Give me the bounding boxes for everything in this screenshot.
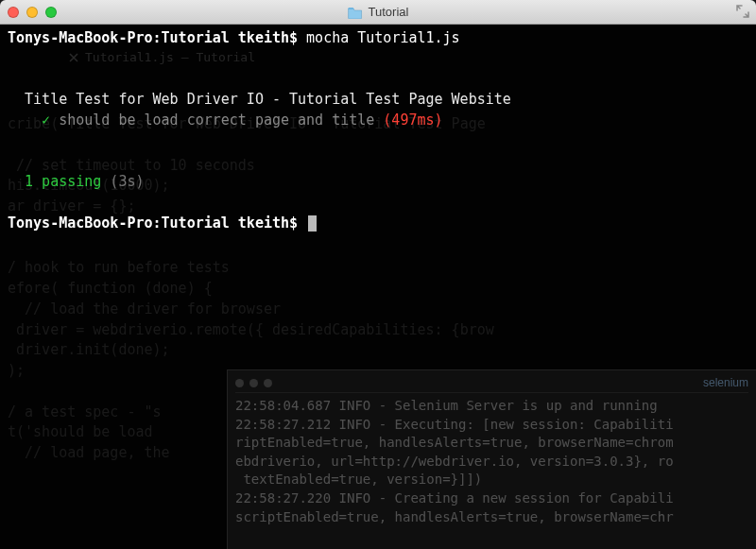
window-title-area: Tutorial	[348, 5, 409, 19]
cursor	[308, 215, 317, 232]
selenium-log: 22:58:04.687 INFO - Selenium Server is u…	[235, 397, 748, 526]
terminal-output: Tonys-MacBook-Pro:Tutorial tkeith$ mocha…	[8, 28, 748, 234]
selenium-title: selenium	[703, 375, 748, 391]
titlebar[interactable]: Tutorial	[0, 0, 756, 25]
terminal-window: Tutorial Tutorial1.js — Tutorial cribe('…	[0, 0, 756, 549]
selenium-titlebar: selenium	[235, 374, 748, 393]
test-summary: 1 passing (3s)	[8, 172, 748, 193]
terminal-body[interactable]: Tutorial1.js — Tutorial cribe('Title Tes…	[0, 25, 756, 549]
close-icon[interactable]	[235, 379, 244, 387]
close-icon[interactable]	[8, 7, 19, 18]
folder-icon	[348, 6, 363, 19]
test-suite-title: Title Test for Web Driver IO - Tutorial …	[8, 90, 748, 111]
test-name: should be load correct page and title	[59, 112, 374, 129]
shell-prompt: Tonys-MacBook-Pro:Tutorial tkeith$	[8, 29, 298, 46]
window-controls	[8, 7, 57, 18]
minimize-icon[interactable]	[249, 379, 258, 387]
zoom-icon[interactable]	[264, 379, 272, 387]
summary-duration: (3s)	[110, 173, 144, 190]
selenium-log-window: selenium 22:58:04.687 INFO - Selenium Se…	[227, 369, 756, 549]
test-result-line: ✓ should be load correct page and title …	[8, 111, 748, 131]
shell-prompt: Tonys-MacBook-Pro:Tutorial tkeith$	[8, 214, 298, 232]
minimize-icon[interactable]	[26, 7, 38, 18]
window-title: Tutorial	[369, 5, 409, 19]
prompt-line-1: Tonys-MacBook-Pro:Tutorial tkeith$ mocha…	[8, 28, 748, 49]
zoom-icon[interactable]	[45, 7, 57, 18]
shell-command: mocha Tutorial1.js	[306, 29, 460, 46]
prompt-line-2: Tonys-MacBook-Pro:Tutorial tkeith$	[8, 214, 748, 234]
checkmark-icon: ✓	[42, 112, 50, 129]
fullscreen-icon[interactable]	[735, 4, 750, 19]
test-timing: (497ms)	[383, 112, 442, 129]
summary-pass-count: 1 passing	[25, 173, 101, 190]
